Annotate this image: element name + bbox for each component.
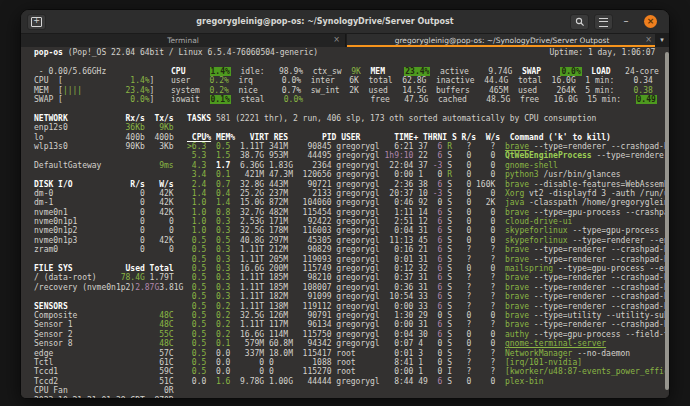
plus-window-icon: + [31,17,42,27]
process-row: 0.5 0.3 1.11T 182M 91099 gregorygl 10:54… [187,292,669,301]
panel-row: DefaultGateway 9ms [34,161,183,170]
window-title: gregorygleinig@pop-os: ~/SynologyDrive/S… [81,10,569,34]
process-row: 0.5 0.3 1.11T 212M 90829 gregorygl 0:16 … [187,245,669,254]
side-panels: NETWORK Rx/s Tx/senp12s0 36Kb 9Kblo 400b… [34,114,183,399]
process-row: 3.4 0.1 421M 47.3M 120656 gregorygl 0:00… [187,170,669,179]
search-icon [575,17,585,27]
panel-header-row: NETWORK Rx/s Tx/s [34,114,183,123]
panel-row: Sensor 2 55C [34,330,183,339]
panel-row: Sensor 8 48C [34,339,183,348]
tab-close-icon[interactable]: × [333,34,340,47]
process-row: 0.0 1.6 9.78G 1.00G 44444 gregorygl 8:44… [187,377,669,386]
stats-row: user 0.2% irq 0.0% inter 6K total 62.8G … [171,76,659,85]
panel-row: lo 400b 400b [34,133,183,142]
cpu-mem-swap-load-panel: CPU 1.4% idle: 98.9% ctx_sw 9K MEM 23.4%… [171,67,659,105]
tab-close-icon[interactable]: × [645,34,652,47]
panel-row [34,255,183,264]
terminal-line [187,123,669,132]
process-row: 0.5 0.0 0 0 115270 root 0:00 1 0 I ? ? [… [187,367,669,376]
panel-header-row: SENSORS [34,302,183,311]
terminal-window: + gregorygleinig@pop-os: ~/SynologyDrive… [20,9,670,399]
terminal-scrollbar[interactable] [665,52,669,390]
tab-list-dropdown[interactable]: ▾ [655,34,669,47]
process-row: 5.3 1.5 38.7G 953M 44495 gregorygl 1h9:1… [187,151,669,160]
panel-row: dm-0 0 42K [34,189,183,198]
new-tab-button[interactable]: + [27,14,46,30]
stats-row: system 0.2% nice 0.7% sw_int 2K used 14.… [171,86,659,95]
search-button[interactable] [570,14,589,30]
panel-row: / (data-root) 78.4G 1.79T [34,273,183,282]
process-panel: TASKS 581 (2221 thr), 2 run, 406 slp, 17… [187,114,669,386]
process-row: 0.5 0.3 1.11T 205M 119093 gregorygl 0:01… [187,255,669,264]
panel-row: Tctl 61C [34,358,183,367]
panel-row: nvme0n1p2 0 0 [34,226,183,235]
process-row: 0.5 0.2 32.5G 126M 90791 gregorygl 1:30 … [187,311,669,320]
minimize-button[interactable]: – [619,14,633,30]
menu-button[interactable] [594,14,613,30]
panel-row: nvme0n1p3 0 42K [34,236,183,245]
panel-row: enp12s0 36Kb 9Kb [34,123,183,132]
panel-row: wlp13s0 90Kb 3Kb [34,142,183,151]
process-row: 0.5 0.3 1.11T 185M 98210 gregorygl 0:37 … [187,273,669,282]
panel-row: Tccd2 51C [34,377,183,386]
panel-row: zram0 0 0 [34,245,183,254]
process-row: 0.5 0.5 40.8G 297M 45305 gregorygl 11:13… [187,236,669,245]
panel-row [34,170,183,179]
process-row: 0.5 0.0 0 0 1088 root 8:41 1 0 S ? ? [ir… [187,358,669,367]
panel-row: nvme0n1 0 42K [34,208,183,217]
process-row: 0.5 0.2 16.6G 114M 115750 gregorygl 0:04… [187,330,669,339]
stats-row: iowait 0.1% steal 0.0% free 47.5G cached… [171,95,659,104]
process-row: 0.5 0.2 1.11T 117M 96134 gregorygl 0:00 … [187,320,669,329]
system-header-line: pop-os (Pop!_OS 22.04 64bit / Linux 6.5.… [34,48,655,57]
process-row: 0.5 0.3 1.11T 185M 108007 gregorygl 0:36… [187,283,669,292]
panel-row: dm-1 0 42K [34,198,183,207]
panel-row: nvme0n1p1 0 0 [34,217,183,226]
process-row: >6.3 0.5 1.11T 341M 90845 gregorygl 6:21… [187,142,669,151]
titlebar[interactable]: + gregorygleinig@pop-os: ~/SynologyDrive… [21,10,669,34]
process-row: 1.4 0.4 25.2G 237M 2133 gregorygl 20:37 … [187,189,669,198]
process-row: 0.5 0.1 579M 60.8M 94342 gregorygl 0:07 … [187,339,669,348]
panel-row: /recovery (nvme0n1p2)2.87G3.81G [34,283,183,292]
process-row: 1.0 0.3 32.5G 178M 116003 gregorygl 0:04… [187,226,669,235]
process-row: 1.0 0.8 32.7G 482M 115454 gregorygl 1:11… [187,208,669,217]
gauge-mem: MEM [|||| 23.4%] [34,86,154,95]
tab-terminal[interactable]: Terminal × [21,34,346,47]
quicklook-panel: - 0.00/5.66GHzCPU [ 1.4%]MEM [|||| 23.4%… [34,67,154,105]
process-row: 0.5 0.3 16.6G 200M 115749 gregorygl 0:12… [187,264,669,273]
tab-label: Terminal [35,34,331,47]
panel-header-row: FILE SYS Used Total [34,264,183,273]
tab-active-session[interactable]: gregorygleinig@pop-os: ~/SynologyDrive/S… [347,34,657,47]
gauge-cpu: CPU [ 1.4%] [34,76,154,85]
minimize-icon: – [624,15,629,26]
process-row: 1.0 0.3 2.53G 171M 92422 gregorygl 2:51 … [187,217,669,226]
panel-row: Composite 48C [34,311,183,320]
process-header-row: CPU% MEM% VIRT RES PID USER TIME+ THRNI … [187,133,669,142]
panel-row [34,292,183,301]
panel-row: 2023-10-21 21:01:39 CDT 870R [34,396,183,399]
panel-row: CPU Fan 0R [34,386,183,395]
terminal-body[interactable]: pop-os (Pop!_OS 22.04 64bit / Linux 6.5.… [21,47,670,399]
close-button[interactable]: × [644,15,657,28]
close-icon: × [647,16,655,26]
chevron-down-icon: ▾ [660,36,664,44]
tasks-summary-line: TASKS 581 (2221 thr), 2 run, 406 slp, 17… [187,114,669,123]
process-row: 0.5 0.2 1.11T 138M 119112 gregorygl 0:00… [187,302,669,311]
gauge-swap: SWAP [ 0.0%] [34,95,154,104]
tab-label: gregorygleinig@pop-os: ~/SynologyDrive/S… [361,34,643,47]
tab-bar: Terminal × gregorygleinig@pop-os: ~/Syno… [21,34,669,47]
process-row: 1.0 1.4 15.0G 872M 104060 gregorygl 0:46… [187,198,669,207]
panel-row [34,151,183,160]
panel-row: edge 57C [34,349,183,358]
process-row: 2.4 0.7 32.8G 443M 90721 gregorygl 2:36 … [187,180,669,189]
panel-row: Tccd1 59C [34,367,183,376]
hamburger-icon [599,18,608,27]
stats-row: CPU 1.4% idle: 98.9% ctx_sw 9K MEM 23.4%… [171,67,659,76]
cpu-frequency: - 0.00/5.66GHz [34,67,154,76]
panel-header-row: DISK I/O R/s W/s [34,180,183,189]
panel-row: Sensor 1 48C [34,320,183,329]
process-row: 0.5 0.0 337M 18.0M 115417 root 0:01 3 0 … [187,349,669,358]
process-row: 4.3 1.7 6.36G 1.83G 2364 gregorygl 22:04… [187,161,669,170]
